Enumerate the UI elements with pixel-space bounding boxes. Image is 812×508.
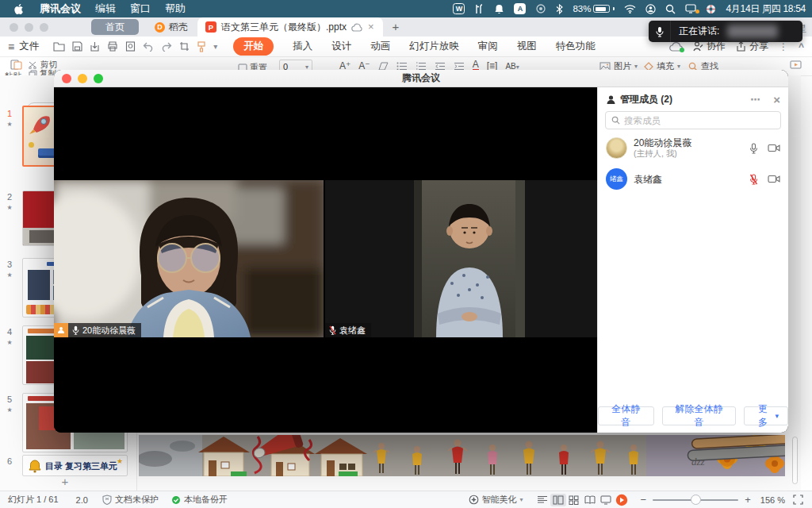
bullet-list-icon[interactable]	[396, 62, 408, 71]
slideshow-setup-button[interactable]	[598, 494, 614, 506]
mute-all-button[interactable]: 全体静音	[598, 406, 654, 425]
app-status-icon[interactable]	[474, 4, 485, 14]
save-icon[interactable]	[72, 41, 82, 52]
menubar-edit-menu[interactable]: 编辑	[88, 0, 123, 17]
bluetooth-icon[interactable]	[556, 4, 563, 14]
fit-window-button[interactable]	[790, 494, 806, 506]
member-row-participant[interactable]: 绪鑫 袁绪鑫	[598, 164, 788, 194]
more-menu-icon[interactable]: ⋮	[779, 41, 788, 52]
menubar-app-menu[interactable]: 腾讯会议	[33, 0, 88, 17]
collapse-ribbon-icon[interactable]: ^	[799, 41, 804, 52]
member-row-host[interactable]: 20能动徐晨薇 (主持人, 我)	[598, 133, 788, 164]
print-preview-icon[interactable]	[125, 41, 136, 52]
backup-status[interactable]: 本地备份开	[171, 494, 228, 506]
play-button[interactable]	[614, 494, 630, 506]
member-mic-muted-icon[interactable]	[749, 174, 758, 185]
ribbon-tab-slideshow[interactable]: 幻灯片放映	[409, 40, 459, 53]
fill-caret-icon: ▾	[677, 63, 680, 70]
redo-icon[interactable]	[161, 42, 172, 52]
ribbon-tab-insert[interactable]: 插入	[293, 40, 312, 53]
zoom-slider[interactable]	[653, 499, 738, 501]
battery-indicator[interactable]: 83%	[573, 4, 615, 13]
outline-view-button[interactable]	[534, 494, 550, 506]
file-menu-label: 文件	[19, 40, 39, 53]
export-icon[interactable]	[90, 41, 100, 52]
video-grid: 20能动徐晨薇	[54, 87, 597, 433]
menubar-help-menu[interactable]: 帮助	[158, 0, 193, 17]
increase-indent-icon[interactable]	[454, 62, 465, 71]
add-slide-button[interactable]: +	[49, 476, 81, 489]
member-avatar-photo	[606, 137, 627, 159]
wps-minimize-button[interactable]	[25, 23, 33, 32]
menubar-clock[interactable]: 4月14日 周四 18:54	[726, 2, 806, 16]
clear-format-icon[interactable]	[378, 62, 389, 71]
screen-record-icon[interactable]	[535, 4, 546, 13]
member-name: 袁绪鑫	[634, 174, 662, 185]
wps-status-icon[interactable]: W	[453, 3, 465, 14]
panel-close-icon[interactable]: ×	[773, 93, 780, 106]
play-from-current-button[interactable]	[790, 60, 802, 71]
wps-window-controls[interactable]	[0, 17, 59, 37]
slide-thumbnail-6[interactable]: 目录 复习第三单元 ★	[22, 455, 128, 476]
unmute-all-button[interactable]: 解除全体静音	[662, 406, 737, 425]
apple-menu[interactable]	[6, 3, 33, 15]
protection-status[interactable]: 文档未保护	[102, 494, 159, 506]
zoom-in-button[interactable]: +	[745, 494, 751, 506]
text-direction-button[interactable]: AB▾	[505, 62, 519, 71]
open-folder-icon[interactable]	[53, 41, 65, 52]
zoom-slider-thumb[interactable]	[691, 495, 701, 505]
decrease-indent-icon[interactable]	[435, 62, 446, 71]
tab-docer[interactable]: D 稻壳	[145, 17, 197, 37]
ribbon-tab-special[interactable]: 特色功能	[556, 40, 596, 53]
numbered-list-icon[interactable]	[416, 62, 427, 71]
notification-bell-icon[interactable]	[494, 4, 504, 14]
control-center-icon[interactable]	[706, 4, 716, 14]
normal-view-button[interactable]	[550, 494, 566, 506]
video-tile-2[interactable]: 袁绪鑫	[325, 180, 597, 337]
member-search-input[interactable]	[624, 116, 759, 125]
ribbon-tab-view[interactable]: 视图	[517, 40, 537, 53]
collaborate-person-icon	[693, 41, 703, 52]
undo-icon[interactable]	[143, 42, 154, 52]
vertical-scrollbar-thumb[interactable]	[792, 437, 798, 484]
spotlight-search-icon[interactable]	[665, 4, 676, 14]
doc-version[interactable]: 2.0	[76, 495, 88, 505]
slide-sorter-button[interactable]	[566, 494, 582, 506]
ribbon-tab-animation[interactable]: 动画	[370, 40, 390, 53]
smart-beautify-button[interactable]: 智能美化 ▾	[469, 494, 523, 506]
wps-close-button[interactable]	[10, 23, 18, 32]
slide-canvas-visible-strip[interactable]: dzz	[139, 435, 785, 476]
file-menu-button[interactable]: ≡ 文件	[0, 40, 47, 53]
new-tab-button[interactable]: +	[383, 17, 409, 37]
meeting-titlebar[interactable]: 腾讯会议	[54, 70, 788, 87]
ribbon-tab-review[interactable]: 审阅	[478, 40, 498, 53]
more-actions-button[interactable]: 更多▾	[744, 406, 788, 425]
ribbon-tab-home[interactable]: 开始	[233, 37, 274, 56]
zoom-percent[interactable]: 156 %	[760, 495, 785, 505]
more-actions-label: 更多	[753, 402, 772, 429]
member-camera-icon[interactable]	[768, 175, 780, 183]
tab-close-icon[interactable]: ×	[367, 22, 375, 32]
display-icon[interactable]	[685, 4, 696, 13]
wifi-icon[interactable]	[624, 5, 636, 13]
menubar-window-menu[interactable]: 窗口	[123, 0, 158, 17]
user-account-icon[interactable]	[645, 4, 656, 14]
member-camera-icon[interactable]	[768, 144, 780, 152]
video-tile-1[interactable]: 20能动徐晨薇	[54, 180, 324, 337]
wps-zoom-button[interactable]	[40, 23, 48, 32]
input-method-icon[interactable]: A	[514, 3, 526, 14]
reading-view-button[interactable]	[582, 494, 598, 506]
format-painter-icon[interactable]	[197, 41, 206, 52]
cloud-save-status[interactable]	[669, 41, 683, 52]
slide-number: 2	[3, 192, 16, 202]
ribbon-tab-design[interactable]: 设计	[331, 40, 351, 53]
print-icon[interactable]	[107, 41, 118, 52]
tab-home[interactable]: 首页	[91, 19, 139, 35]
member-search-box[interactable]	[605, 111, 781, 129]
zoom-out-button[interactable]: −	[641, 494, 647, 506]
member-mic-icon[interactable]	[749, 143, 758, 154]
tab-document-active[interactable]: P 语文第三单元（最终版）.pptx ×	[197, 17, 383, 37]
crop-frame-icon[interactable]	[179, 41, 190, 52]
quick-access-caret-icon[interactable]: ▾	[213, 42, 217, 51]
panel-more-icon[interactable]: ⋯	[750, 94, 761, 106]
